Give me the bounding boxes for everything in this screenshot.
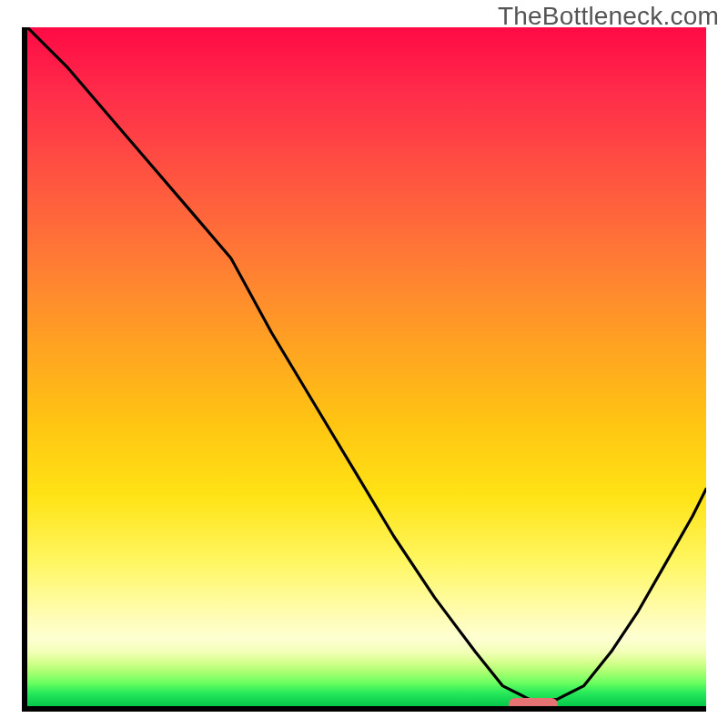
chart-container: TheBottleneck.com <box>0 0 728 728</box>
plot-area <box>22 27 706 712</box>
bottleneck-curve-path <box>27 27 706 700</box>
chart-svg <box>27 27 706 706</box>
minimum-marker <box>509 698 558 711</box>
